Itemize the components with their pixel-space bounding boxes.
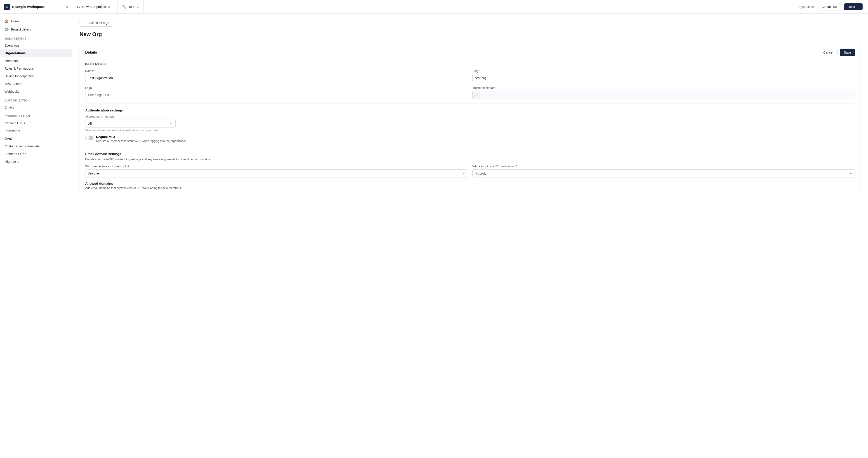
name-label: Name* (85, 69, 468, 72)
project-selector[interactable]: 🗂 New B2B project ⇅ (72, 0, 118, 13)
require-mfa-text: Require MFA Require all members to setup… (96, 135, 187, 143)
logo-input[interactable] (85, 91, 468, 99)
allowed-auth-helper: Select all allowed authentication method… (85, 129, 176, 132)
basic-details-title: Basic Details (85, 62, 855, 66)
docs-button[interactable]: Docs → (844, 3, 863, 10)
sidebar-label-home: Home (11, 20, 20, 23)
allowed-auth-group: Allowed auth methods All SSO only Passwo… (85, 115, 176, 132)
sidebar-label-migrations: Migrations (4, 160, 19, 163)
sidebar-item-webhooks[interactable]: Webhooks (0, 88, 72, 95)
name-input[interactable] (85, 74, 468, 82)
invite-jit-row: Who can receive an invite to join? Anyon… (85, 164, 855, 178)
project-name: New B2B project (82, 5, 106, 8)
logo-label: Logo (85, 86, 468, 90)
sidebar-label-project-details: Project details (11, 28, 31, 31)
require-mfa-toggle[interactable] (85, 135, 93, 140)
sidebar-label-webhooks: Webhooks (4, 90, 20, 93)
sidebar-label-oauth: OAuth (4, 137, 13, 141)
sidebar-item-m2m-clients[interactable]: M2M Clients (0, 80, 72, 88)
sidebar-item-device-fingerprinting[interactable]: Device Fingerprinting (0, 72, 72, 80)
project-icon: 🗂 (77, 5, 81, 9)
allowed-auth-label: Allowed auth methods (85, 115, 176, 118)
sidebar-item-roles-permissions[interactable]: Roles & Permissions (0, 65, 72, 72)
sidebar-item-oauth[interactable]: OAuth (0, 135, 72, 143)
details-card: Details Cancel Save Basic Details Name* (80, 43, 861, 195)
customization-section-label: Customization (0, 95, 72, 103)
stytch-link[interactable]: Stytch.com (798, 5, 814, 8)
sidebar-label-frontend-sdks: Frontend SDKs (4, 152, 26, 156)
sidebar-label-members: Members (4, 59, 18, 63)
sidebar-label-roles-permissions: Roles & Permissions (4, 67, 34, 70)
cancel-button[interactable]: Cancel (819, 49, 837, 56)
back-button[interactable]: ← Back to all orgs (80, 19, 113, 27)
name-slug-row: Name* Slug* (85, 69, 855, 82)
sidebar: 🏠 Home ⚙️ Project details Management Eve… (0, 13, 72, 458)
workspace-icon: E (4, 4, 10, 10)
allowed-domains-section: Allowed domains Add email domains that a… (85, 182, 855, 190)
sidebar-item-custom-claims[interactable]: Custom Claims Template (0, 143, 72, 150)
email-domain-title: Email domain settings (85, 152, 855, 156)
require-mfa-row: Require MFA Require all members to setup… (85, 135, 855, 143)
card-actions: Cancel Save (819, 49, 855, 56)
project-chevron-icon: ⇅ (107, 5, 110, 8)
jit-label: Who can join via JIT provisioning? (472, 164, 855, 168)
save-button[interactable]: Save (840, 49, 855, 56)
gear-icon: ⚙️ (4, 27, 9, 31)
env-selector[interactable]: 🔧 Test ⇅ (118, 0, 144, 13)
env-name: Test (128, 5, 134, 8)
jit-group: Who can join via JIT provisioning? Nobod… (472, 164, 855, 178)
sidebar-label-organizations: Organizations (4, 51, 26, 55)
require-mfa-desc: Require all members to setup MFA when lo… (96, 139, 187, 143)
invite-select[interactable]: Anyone Nobody Email domain only (85, 169, 468, 178)
sidebar-label-event-logs: Event logs (4, 43, 19, 47)
configuration-section-label: Configuration (0, 111, 72, 119)
name-required: * (93, 69, 94, 72)
sidebar-item-home[interactable]: 🏠 Home (0, 17, 72, 25)
workspace-chevron-icon: ⇅ (66, 5, 68, 8)
email-domain-desc: Decide your Invite/JIT provisioning sett… (85, 158, 855, 161)
trusted-metadata-group: Trusted metadata 1 (472, 86, 855, 99)
metadata-input[interactable] (480, 91, 855, 99)
sidebar-label-redirect-urls: Redirect URLs (4, 121, 25, 125)
allowed-auth-select[interactable]: All SSO only Password only Magic link on… (85, 120, 176, 128)
env-chevron-icon: ⇅ (136, 5, 139, 8)
workspace-name: Example workspace (12, 5, 66, 8)
contact-button[interactable]: Contact us (817, 3, 840, 10)
allowed-domains-desc: Add email domains that allow invites or … (85, 186, 855, 190)
require-mfa-label: Require MFA (96, 135, 187, 139)
invite-group: Who can receive an invite to join? Anyon… (85, 164, 468, 178)
sidebar-label-emails: Emails (4, 105, 14, 109)
main-content: ← Back to all orgs New Org Details Cance… (72, 13, 868, 458)
card-header: Details Cancel Save (85, 49, 855, 56)
logo-metadata-row: Logo Trusted metadata 1 (85, 86, 855, 99)
slug-input[interactable] (472, 74, 855, 82)
slug-required: * (478, 69, 479, 72)
name-group: Name* (85, 69, 468, 82)
sidebar-label-m2m-clients: M2M Clients (4, 82, 22, 86)
sidebar-item-migrations[interactable]: Migrations (0, 158, 72, 165)
metadata-line-number: 1 (473, 91, 480, 99)
jit-select[interactable]: Nobody Anyone Email domain only (472, 169, 855, 178)
management-section-label: Management (0, 33, 72, 41)
page-title: New Org (80, 31, 861, 37)
sidebar-item-emails[interactable]: Emails (0, 103, 72, 111)
sidebar-item-frontend-sdks[interactable]: Frontend SDKs (0, 150, 72, 158)
logo-group: Logo (85, 86, 468, 99)
sidebar-item-organizations[interactable]: Organizations (0, 49, 72, 57)
allowed-domains-title: Allowed domains (85, 182, 855, 185)
metadata-wrapper: 1 (472, 91, 855, 99)
slug-label: Slug* (472, 69, 855, 72)
workspace-selector[interactable]: E Example workspace ⇅ (0, 0, 72, 13)
sidebar-item-passwords[interactable]: Passwords (0, 127, 72, 135)
invite-label: Who can receive an invite to join? (85, 164, 468, 168)
home-icon: 🏠 (4, 19, 9, 23)
sidebar-item-members[interactable]: Members (0, 57, 72, 65)
sidebar-label-custom-claims: Custom Claims Template (4, 145, 39, 148)
header-right: Stytch.com Contact us Docs → (798, 3, 868, 10)
sidebar-item-redirect-urls[interactable]: Redirect URLs (0, 119, 72, 127)
auth-settings-title: Authentication settings (85, 108, 855, 112)
env-icon: 🔧 (122, 4, 127, 9)
sidebar-item-project-details[interactable]: ⚙️ Project details (0, 25, 72, 33)
trusted-metadata-label: Trusted metadata (472, 86, 855, 90)
sidebar-item-event-logs[interactable]: Event logs (0, 41, 72, 49)
